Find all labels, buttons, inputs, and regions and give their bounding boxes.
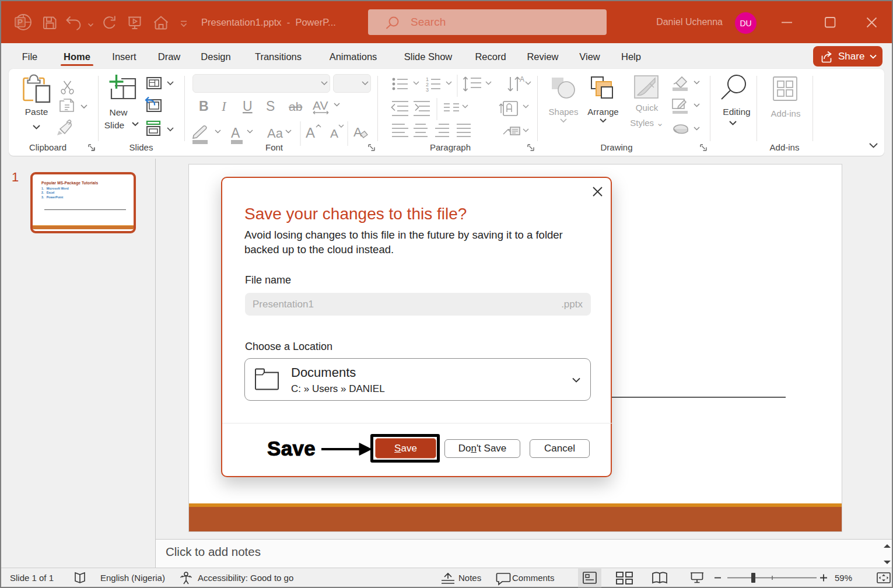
svg-text:B: B (199, 99, 209, 114)
svg-text:A: A (520, 75, 524, 83)
svg-text:A: A (353, 125, 362, 139)
svg-text:S: S (266, 99, 275, 114)
svg-text:I: I (221, 99, 227, 114)
svg-text:A: A (330, 127, 338, 140)
svg-text:Aa: Aa (267, 126, 283, 141)
svg-text:AV: AV (313, 99, 328, 112)
svg-text:ab: ab (289, 100, 302, 113)
svg-text:A: A (306, 125, 315, 141)
svg-text:A: A (231, 125, 240, 141)
svg-text:3: 3 (426, 87, 429, 93)
svg-text:P: P (17, 18, 23, 27)
svg-text:U: U (243, 99, 253, 114)
